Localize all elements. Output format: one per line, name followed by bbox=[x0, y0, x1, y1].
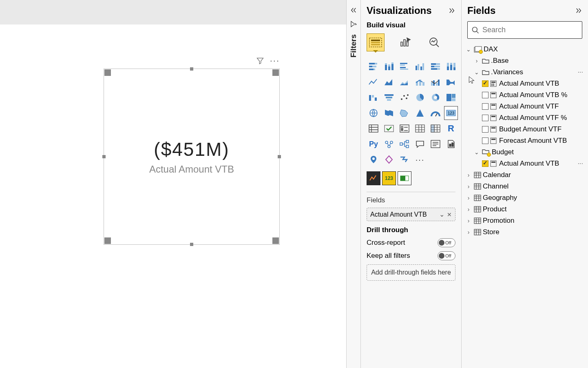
shape-map-icon[interactable] bbox=[398, 106, 411, 120]
arcgis-icon[interactable] bbox=[367, 153, 380, 166]
analytics-tab[interactable] bbox=[425, 33, 443, 51]
field-checkbox[interactable] bbox=[482, 80, 489, 87]
stacked-bar-icon[interactable] bbox=[367, 60, 380, 73]
ribbon-chart-icon[interactable] bbox=[444, 75, 458, 89]
field-checkbox[interactable] bbox=[482, 92, 489, 98]
card-visual[interactable]: ($451M) Actual Amount VTB bbox=[104, 69, 280, 245]
resize-handle[interactable] bbox=[278, 155, 281, 158]
r-visual-icon[interactable]: R bbox=[444, 122, 458, 135]
line-stacked-column-icon[interactable] bbox=[413, 75, 427, 89]
folder-variances[interactable]: ⌄ .Variances ··· bbox=[464, 67, 586, 78]
powerautomate-icon[interactable] bbox=[398, 153, 411, 166]
funnel-icon[interactable] bbox=[382, 91, 396, 104]
chevron-down-icon[interactable]: ⌄ bbox=[473, 149, 480, 155]
visual-more-icon[interactable]: ··· bbox=[270, 55, 280, 66]
resize-handle[interactable] bbox=[102, 155, 106, 158]
custom-visual-1[interactable] bbox=[367, 171, 380, 185]
multi-row-card-icon[interactable] bbox=[367, 122, 380, 135]
chevron-right-icon[interactable]: › bbox=[465, 229, 472, 235]
filters-expand-icon[interactable] bbox=[350, 7, 357, 14]
fields-collapse-icon[interactable] bbox=[575, 7, 582, 14]
table-promotion[interactable]: › Promotion bbox=[464, 215, 586, 226]
measure-budget-vtf[interactable]: Budget Amount VTF bbox=[464, 124, 586, 135]
100-stacked-bar-icon[interactable] bbox=[429, 60, 442, 73]
field-checkbox[interactable] bbox=[482, 126, 489, 133]
table-icon[interactable] bbox=[413, 122, 427, 135]
field-checkbox[interactable] bbox=[482, 160, 489, 167]
field-checkbox[interactable] bbox=[482, 115, 489, 121]
scatter-icon[interactable] bbox=[398, 91, 411, 104]
table-calendar[interactable]: › Calendar bbox=[464, 169, 586, 181]
table-dax[interactable]: ⌄ DAX bbox=[464, 44, 586, 55]
powerapps-icon[interactable] bbox=[382, 153, 396, 166]
waterfall-icon[interactable] bbox=[367, 91, 380, 104]
chevron-right-icon[interactable]: › bbox=[465, 172, 472, 178]
chevron-down-icon[interactable]: ⌄ bbox=[473, 69, 480, 75]
line-chart-icon[interactable] bbox=[367, 75, 380, 89]
custom-visual-2[interactable]: 123 bbox=[382, 171, 396, 185]
chevron-right-icon[interactable]: › bbox=[465, 183, 472, 190]
measure-actual-vtb[interactable]: Actual Amount VTB bbox=[464, 78, 586, 89]
azure-map-icon[interactable] bbox=[413, 106, 427, 120]
more-options-icon[interactable]: ··· bbox=[576, 160, 585, 167]
qa-visual-icon[interactable] bbox=[413, 137, 427, 151]
folder-budget[interactable]: ⌄ Budget bbox=[464, 146, 586, 158]
resize-handle[interactable] bbox=[190, 243, 193, 246]
viz-collapse-icon[interactable] bbox=[448, 7, 455, 14]
more-options-icon[interactable]: ··· bbox=[576, 69, 585, 76]
field-chip[interactable]: Actual Amount VTB ⌄ ✕ bbox=[367, 208, 455, 221]
treemap-icon[interactable] bbox=[444, 91, 458, 104]
chevron-right-icon[interactable]: › bbox=[465, 206, 472, 213]
card-icon[interactable]: 123 bbox=[444, 106, 458, 120]
folder-base[interactable]: › .Base bbox=[464, 55, 586, 67]
resize-handle[interactable] bbox=[104, 69, 111, 76]
table-geography[interactable]: › Geography bbox=[464, 192, 586, 204]
remove-field-icon[interactable]: ✕ bbox=[447, 211, 452, 218]
paginated-report-icon[interactable] bbox=[444, 137, 458, 151]
report-page[interactable]: ··· ($451M) Actual Amount VTB bbox=[0, 24, 346, 368]
field-checkbox[interactable] bbox=[482, 137, 489, 144]
resize-handle[interactable] bbox=[272, 69, 279, 76]
card-visual-container[interactable]: ··· ($451M) Actual Amount VTB bbox=[104, 69, 280, 245]
visual-filter-icon[interactable] bbox=[256, 57, 264, 65]
slicer-icon[interactable] bbox=[398, 122, 411, 135]
search-input[interactable] bbox=[467, 21, 582, 39]
keep-filters-toggle[interactable]: Off bbox=[438, 251, 455, 260]
area-chart-icon[interactable] bbox=[382, 75, 396, 89]
stacked-area-icon[interactable] bbox=[398, 75, 411, 89]
smart-narrative-icon[interactable] bbox=[429, 137, 442, 151]
chevron-right-icon[interactable]: › bbox=[473, 58, 480, 64]
chevron-right-icon[interactable]: › bbox=[465, 195, 472, 201]
kpi-icon[interactable] bbox=[382, 122, 396, 135]
build-visual-tab[interactable] bbox=[367, 33, 385, 51]
clustered-column-icon[interactable] bbox=[413, 60, 427, 73]
chevron-down-icon[interactable]: ⌄ bbox=[439, 211, 444, 218]
resize-handle[interactable] bbox=[104, 237, 111, 244]
python-visual-icon[interactable]: Py bbox=[367, 137, 380, 151]
decomposition-tree-icon[interactable] bbox=[398, 137, 411, 151]
measure-actual-vtb-pct[interactable]: Actual Amount VTB % bbox=[464, 89, 586, 101]
drill-drop-zone[interactable]: Add drill-through fields here bbox=[367, 264, 455, 281]
gauge-icon[interactable] bbox=[429, 106, 442, 120]
line-clustered-column-icon[interactable] bbox=[429, 75, 442, 89]
custom-visual-3[interactable] bbox=[398, 171, 411, 185]
measure-forecast-vtb[interactable]: Forecast Amount VTB bbox=[464, 135, 586, 146]
filled-map-icon[interactable] bbox=[382, 106, 396, 120]
chevron-right-icon[interactable]: › bbox=[465, 217, 472, 224]
pie-icon[interactable] bbox=[413, 91, 427, 104]
stacked-column-icon[interactable] bbox=[382, 60, 396, 73]
table-store[interactable]: › Store bbox=[464, 226, 586, 238]
key-influencers-icon[interactable] bbox=[382, 137, 396, 151]
chevron-down-icon[interactable]: ⌄ bbox=[465, 46, 472, 53]
map-icon[interactable] bbox=[367, 106, 380, 120]
format-visual-tab[interactable] bbox=[396, 33, 414, 51]
more-visuals-icon[interactable]: ··· bbox=[413, 153, 427, 166]
table-product[interactable]: › Product bbox=[464, 204, 586, 215]
filters-pane-collapsed[interactable]: Filters bbox=[346, 0, 361, 368]
100-stacked-column-icon[interactable] bbox=[444, 60, 458, 73]
cross-report-toggle[interactable]: Off bbox=[438, 238, 455, 247]
measure-actual-vtf-pct[interactable]: Actual Amount VTF % bbox=[464, 112, 586, 124]
clustered-bar-icon[interactable] bbox=[398, 60, 411, 73]
resize-handle[interactable] bbox=[272, 237, 279, 244]
measure-budget-actual-vtb[interactable]: Actual Amount VTB ··· bbox=[464, 158, 586, 169]
